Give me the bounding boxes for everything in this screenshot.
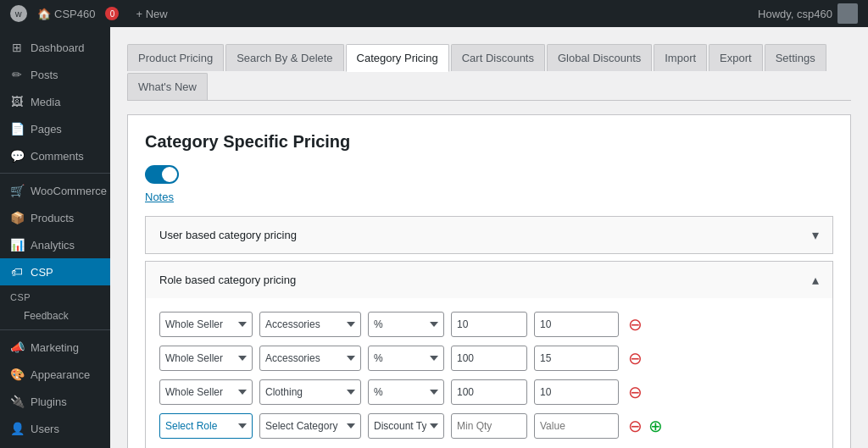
user-avatar [837, 3, 858, 24]
value-input-1[interactable] [534, 312, 619, 337]
tab-search-by-delete[interactable]: Search By & Delete [225, 44, 343, 71]
sidebar-item-marketing[interactable]: 📣 Marketing [0, 334, 110, 361]
media-icon: 🖼 [10, 95, 24, 108]
sidebar-label-users: Users [31, 423, 59, 435]
sidebar-label-comments: Comments [31, 150, 84, 163]
csp-section-label: CSP [0, 285, 110, 306]
add-row-button[interactable]: ⊕ [646, 417, 665, 435]
admin-bar: W 🏠 CSP460 0 + New Howdy, csp460 [0, 0, 868, 27]
pricing-row-2: Whole Seller Retailer Customer Accessori… [159, 346, 819, 371]
notes-link[interactable]: Notes [145, 191, 174, 203]
sidebar-label-feedback: Feedback [24, 310, 69, 322]
woocommerce-icon: 🛒 [10, 184, 24, 197]
sidebar: ⊞ Dashboard ✏ Posts 🖼 Media 📄 Pages 💬 Co… [0, 27, 110, 448]
appearance-icon: 🎨 [10, 368, 24, 381]
comments-icon: 💬 [10, 149, 24, 163]
row-new-actions: ⊖ ⊕ [626, 417, 665, 435]
wp-logo: W [10, 5, 27, 22]
tab-navigation: Product Pricing Search By & Delete Categ… [127, 44, 851, 101]
analytics-icon: 📊 [10, 238, 24, 252]
adminbar-right: Howdy, csp460 [758, 3, 858, 24]
sidebar-label-analytics: Analytics [31, 239, 75, 252]
tab-cart-discounts[interactable]: Cart Discounts [451, 44, 545, 71]
category-select-2[interactable]: Accessories Clothing Electronics [259, 346, 361, 371]
sidebar-label-plugins: Plugins [31, 395, 67, 408]
sidebar-item-dashboard[interactable]: ⊞ Dashboard [0, 34, 110, 61]
tab-import[interactable]: Import [654, 44, 707, 71]
value-input-3[interactable] [534, 379, 619, 405]
dashboard-icon: ⊞ [10, 41, 24, 54]
sidebar-label-products: Products [31, 212, 74, 224]
users-icon: 👤 [10, 422, 24, 435]
role-based-body: Whole Seller Retailer Customer Accessori… [146, 298, 832, 448]
min-qty-input-1[interactable] [451, 312, 527, 337]
role-select-new[interactable]: Select Role Whole Seller Retailer Custom… [159, 413, 253, 439]
discount-select-2[interactable]: % Fixed [368, 346, 444, 371]
role-select-3[interactable]: Whole Seller Retailer Customer [159, 379, 253, 405]
user-based-chevron: ▾ [812, 227, 819, 243]
tab-global-discounts[interactable]: Global Discounts [547, 44, 652, 71]
min-qty-input-3[interactable] [451, 379, 527, 405]
page-title: Category Specific Pricing [145, 132, 833, 152]
min-qty-input-new[interactable] [451, 413, 527, 439]
remove-row-new-button[interactable]: ⊖ [626, 417, 644, 435]
sidebar-item-products[interactable]: 📦 Products [0, 204, 110, 231]
discount-select-3[interactable]: % Fixed [368, 379, 444, 405]
pricing-row-3: Whole Seller Retailer Customer Accessori… [159, 379, 819, 405]
sidebar-item-comments[interactable]: 💬 Comments [0, 142, 110, 169]
remove-row-2-button[interactable]: ⊖ [626, 349, 644, 368]
sidebar-label-pages: Pages [31, 123, 62, 136]
value-input-2[interactable] [534, 346, 619, 371]
row-1-actions: ⊖ [626, 315, 644, 334]
user-based-section: User based category pricing ▾ [145, 216, 833, 254]
pricing-row-new: Select Role Whole Seller Retailer Custom… [159, 413, 819, 439]
role-select-1[interactable]: Whole Seller Retailer Customer [159, 312, 253, 337]
tab-product-pricing[interactable]: Product Pricing [127, 44, 224, 71]
tab-category-pricing[interactable]: Category Pricing [346, 44, 449, 72]
min-qty-input-2[interactable] [451, 346, 527, 371]
pages-icon: 📄 [10, 122, 24, 136]
svg-text:W: W [15, 10, 22, 19]
marketing-icon: 📣 [10, 340, 24, 354]
site-name[interactable]: 🏠 CSP460 [37, 8, 95, 20]
sidebar-label-csp: CSP [31, 266, 53, 279]
sidebar-label-appearance: Appearance [31, 368, 90, 381]
sidebar-label-posts: Posts [31, 69, 58, 81]
sidebar-item-appearance[interactable]: 🎨 Appearance [0, 361, 110, 388]
new-button[interactable]: + New [136, 8, 167, 20]
category-pricing-toggle[interactable] [145, 165, 179, 184]
sidebar-item-feedback[interactable]: Feedback [0, 306, 110, 326]
sidebar-item-media[interactable]: 🖼 Media [0, 88, 110, 115]
notification-count[interactable]: 0 [105, 7, 119, 20]
sidebar-label-media: Media [31, 96, 60, 108]
category-select-1[interactable]: Accessories Clothing Electronics [259, 312, 361, 337]
tab-settings[interactable]: Settings [765, 44, 826, 71]
category-select-new[interactable]: Select Category Accessories Clothing Ele… [259, 413, 361, 439]
remove-row-3-button[interactable]: ⊖ [626, 383, 644, 401]
tab-export[interactable]: Export [709, 44, 763, 71]
role-based-header[interactable]: Role based category pricing ▴ [146, 262, 832, 298]
remove-row-1-button[interactable]: ⊖ [626, 315, 644, 334]
role-select-2[interactable]: Whole Seller Retailer Customer [159, 346, 253, 371]
sidebar-item-users[interactable]: 👤 Users [0, 415, 110, 442]
sidebar-item-tools[interactable]: 🔧 Tools [0, 442, 110, 448]
user-based-label: User based category pricing [159, 229, 297, 241]
discount-select-new[interactable]: Discount Type % Fixed [368, 413, 444, 439]
role-based-label: Role based category pricing [159, 274, 296, 286]
sidebar-item-plugins[interactable]: 🔌 Plugins [0, 388, 110, 415]
value-input-new[interactable] [534, 413, 619, 439]
tab-whats-new[interactable]: What's New [127, 73, 208, 100]
sidebar-item-posts[interactable]: ✏ Posts [0, 61, 110, 88]
sidebar-item-woocommerce[interactable]: 🛒 WooCommerce [0, 177, 110, 204]
user-based-header[interactable]: User based category pricing ▾ [146, 217, 832, 253]
page-wrap: Category Specific Pricing Notes User bas… [127, 114, 851, 448]
role-based-chevron: ▴ [812, 272, 819, 288]
sidebar-item-analytics[interactable]: 📊 Analytics [0, 231, 110, 258]
sidebar-label-marketing: Marketing [31, 341, 79, 354]
category-select-3[interactable]: Accessories Clothing Electronics [259, 379, 361, 405]
discount-select-1[interactable]: % Fixed [368, 312, 444, 337]
pricing-row-1: Whole Seller Retailer Customer Accessori… [159, 312, 819, 337]
howdy-text[interactable]: Howdy, csp460 [758, 3, 858, 24]
sidebar-item-pages[interactable]: 📄 Pages [0, 115, 110, 142]
sidebar-item-csp[interactable]: 🏷 CSP [0, 258, 110, 285]
